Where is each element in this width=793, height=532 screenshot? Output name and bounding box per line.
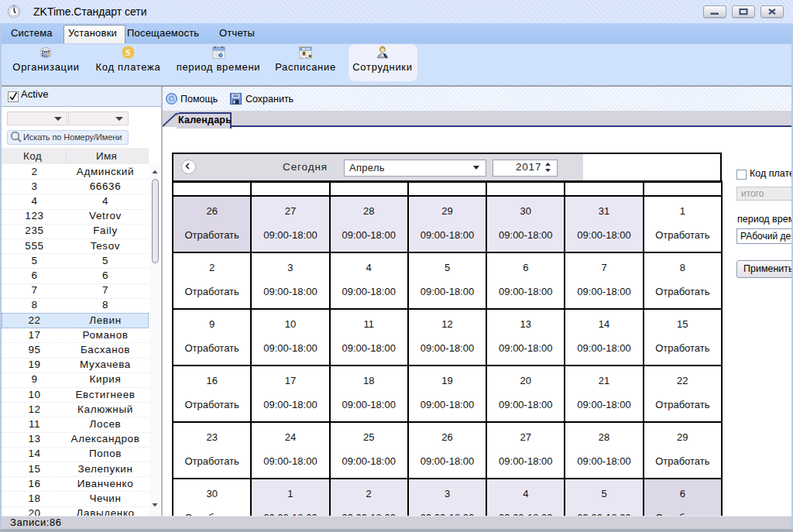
svg-text:?: ? bbox=[170, 96, 173, 103]
svg-text:S: S bbox=[125, 47, 131, 58]
